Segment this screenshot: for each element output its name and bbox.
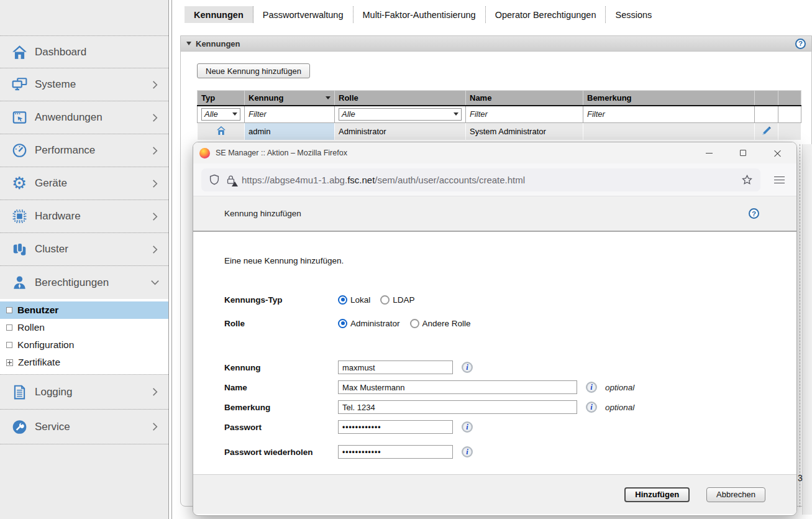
radio-unselected-icon xyxy=(410,319,419,328)
field-label: Bemerkung xyxy=(224,403,338,412)
info-icon[interactable]: i xyxy=(462,362,473,373)
occluded-background-text: 3 xyxy=(798,473,803,483)
background-scrollbar[interactable] xyxy=(802,144,812,515)
radio-lokal[interactable]: Lokal xyxy=(338,295,370,305)
passwort-input[interactable] xyxy=(338,420,453,434)
firefox-popup-window: SE Manager :: Aktion – Mozilla Firefox h… xyxy=(193,142,797,516)
sidebar-item-label: Logging xyxy=(35,386,148,398)
sidebar-item-dashboard[interactable]: Dashboard xyxy=(0,35,168,68)
info-icon[interactable]: i xyxy=(462,446,473,457)
sidebar-item-zertifikate[interactable]: Zertifikate xyxy=(0,354,168,371)
optional-hint: optional xyxy=(605,403,634,412)
bemerkung-cell xyxy=(583,123,755,140)
sidebar-item-service[interactable]: Service xyxy=(0,410,168,444)
dialog-body: Eine neue Kennung hinzufügen. Kennungs-T… xyxy=(193,232,796,474)
window-title: SE Manager :: Aktion – Mozilla Firefox xyxy=(216,149,706,157)
sidebar-item-label: Performance xyxy=(35,144,148,157)
filter-empty-cell xyxy=(778,106,801,123)
table-header-row: Typ Kennung Rolle Name Bemerkung xyxy=(198,91,801,106)
chip-icon xyxy=(10,208,29,225)
background-panel-border xyxy=(800,144,800,507)
sidebar-item-performance[interactable]: Performance xyxy=(0,134,168,167)
sidebar-item-systeme[interactable]: Systeme xyxy=(0,68,168,101)
tab-kennungen[interactable]: Kennungen xyxy=(185,6,253,23)
sidebar-divider xyxy=(168,0,172,519)
chevron-right-icon xyxy=(148,422,160,431)
col-header-kennung[interactable]: Kennung xyxy=(245,91,335,106)
gear-icon: ⚙ xyxy=(10,175,29,192)
bookmark-star-icon[interactable] xyxy=(741,174,753,186)
kennung-filter-input[interactable]: Filter xyxy=(245,106,335,123)
sidebar-item-konfiguration[interactable]: Konfiguration xyxy=(0,336,168,354)
tab-passwortverwaltung[interactable]: Passwortverwaltung xyxy=(253,6,354,23)
form-row-passwort: Passwort i xyxy=(224,420,784,434)
lock-warning-icon[interactable] xyxy=(226,174,236,186)
radio-administrator[interactable]: Administrator xyxy=(338,319,400,328)
info-icon[interactable]: i xyxy=(586,382,597,393)
radio-selected-icon xyxy=(338,295,347,305)
collapse-triangle-icon[interactable] xyxy=(186,42,191,45)
performance-icon xyxy=(10,142,29,159)
expand-plus-icon[interactable] xyxy=(6,359,13,366)
field-label: Kennung xyxy=(224,363,338,372)
help-icon[interactable]: ? xyxy=(795,39,806,49)
close-button[interactable] xyxy=(773,149,782,157)
sidebar-item-anwendungen[interactable]: Anwendungen xyxy=(0,101,168,134)
table-row[interactable]: admin Administrator System Administrator xyxy=(198,123,801,140)
sidebar-item-berechtigungen[interactable]: Berechtigungen xyxy=(0,266,168,299)
tab-sessions[interactable]: Sessions xyxy=(606,6,661,23)
col-header-typ[interactable]: Typ xyxy=(198,91,245,106)
name-input[interactable] xyxy=(338,380,577,394)
tab-operator-berechtigungen[interactable]: Operator Berechtigungen xyxy=(486,6,606,23)
sidebar-item-rollen[interactable]: Rollen xyxy=(0,319,168,336)
edit-pencil-icon[interactable] xyxy=(760,129,772,139)
col-header-actions xyxy=(755,91,778,106)
form-row-bemerkung: Bemerkung i optional xyxy=(224,400,784,415)
panel-header[interactable]: Kennungen ? xyxy=(181,36,811,52)
abbrechen-button[interactable]: Abbrechen xyxy=(706,487,765,502)
url-text[interactable]: https://abgse4mu1-1.abg.fsc.net/sem/auth… xyxy=(242,175,736,185)
name-filter-input[interactable]: Filter xyxy=(466,106,583,123)
maximize-button[interactable] xyxy=(740,150,746,156)
hinzufuegen-button[interactable]: Hinzufügen xyxy=(624,487,690,502)
sidebar-item-benutzer[interactable]: Benutzer xyxy=(0,301,168,319)
sidebar-item-label: Dashboard xyxy=(35,46,160,58)
add-kennung-button[interactable]: Neue Kennung hinzufügen xyxy=(197,63,310,78)
window-titlebar[interactable]: SE Manager :: Aktion – Mozilla Firefox xyxy=(193,142,796,163)
menu-hamburger-icon[interactable] xyxy=(774,177,785,183)
field-label: Passwort wiederholen xyxy=(224,448,338,457)
shield-icon[interactable] xyxy=(209,173,220,186)
sidebar-item-logging[interactable]: Logging xyxy=(0,375,168,410)
tab-bar: Kennungen Passwortverwaltung Multi-Fakto… xyxy=(185,6,661,23)
radio-selected-icon xyxy=(338,319,347,328)
sidebar-item-label: Systeme xyxy=(35,78,148,91)
info-icon[interactable]: i xyxy=(586,402,597,413)
radio-andere-rolle[interactable]: Andere Rolle xyxy=(410,319,471,328)
document-icon xyxy=(10,384,29,401)
sidebar-item-label: Geräte xyxy=(35,177,148,190)
warning-triangle-icon xyxy=(232,181,238,186)
col-header-bemerkung[interactable]: Bemerkung xyxy=(583,91,755,106)
minimize-button[interactable] xyxy=(706,153,713,154)
cluster-icon xyxy=(10,241,29,258)
col-header-rolle[interactable]: Rolle xyxy=(335,91,466,106)
passwort-wiederholen-input[interactable] xyxy=(338,445,453,459)
kennung-cell: admin xyxy=(245,123,335,140)
sidebar-item-hardware[interactable]: Hardware xyxy=(0,200,168,233)
bemerkung-filter-input[interactable]: Filter xyxy=(583,106,755,123)
tab-multi-faktor-authentisierung[interactable]: Multi-Faktor-Authentisierung xyxy=(354,6,486,23)
typ-filter-select[interactable]: Alle xyxy=(201,108,240,121)
sidebar-item-geraete[interactable]: ⚙ Geräte xyxy=(0,167,168,200)
rolle-filter-select[interactable]: Alle xyxy=(339,108,462,121)
kennung-input[interactable] xyxy=(338,361,453,374)
url-bar[interactable]: https://abgse4mu1-1.abg.fsc.net/sem/auth… xyxy=(201,168,760,191)
help-icon[interactable]: ? xyxy=(749,208,759,219)
col-header-name[interactable]: Name xyxy=(466,91,583,106)
sidebar-item-cluster[interactable]: Cluster xyxy=(0,233,168,266)
form-row-name: Name i optional xyxy=(224,380,784,395)
chevron-right-icon xyxy=(148,113,160,122)
bemerkung-input[interactable] xyxy=(338,400,577,414)
info-icon[interactable]: i xyxy=(462,421,473,433)
checkbox-icon xyxy=(6,342,12,348)
radio-ldap[interactable]: LDAP xyxy=(380,295,414,305)
